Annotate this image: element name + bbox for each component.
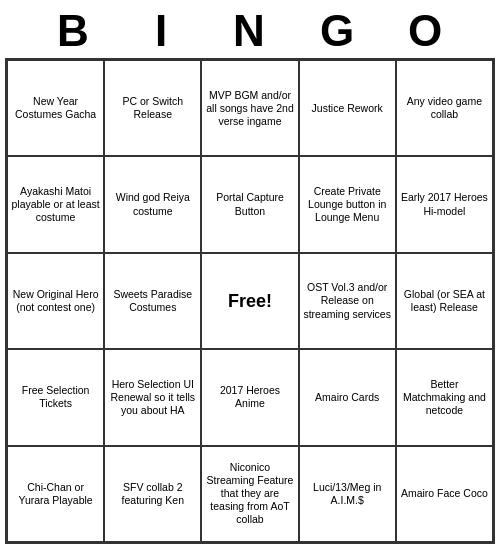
bingo-letter: O <box>382 6 470 56</box>
bingo-cell: PC or Switch Release <box>104 60 201 156</box>
bingo-cell: Ayakashi Matoi playable or at least cost… <box>7 156 104 252</box>
bingo-cell: SFV collab 2 featuring Ken <box>104 446 201 542</box>
bingo-cell: Chi-Chan or Yurara Playable <box>7 446 104 542</box>
bingo-cell: Amairo Face Coco <box>396 446 493 542</box>
bingo-cell: MVP BGM and/or all songs have 2nd verse … <box>201 60 298 156</box>
bingo-cell: Sweets Paradise Costumes <box>104 253 201 349</box>
bingo-cell: Free! <box>201 253 298 349</box>
bingo-cell: Early 2017 Heroes Hi-model <box>396 156 493 252</box>
bingo-cell: Any video game collab <box>396 60 493 156</box>
bingo-title: BINGO <box>0 0 500 58</box>
bingo-cell: Wind god Reiya costume <box>104 156 201 252</box>
bingo-letter: B <box>30 6 118 56</box>
bingo-cell: Create Private Lounge button in Lounge M… <box>299 156 396 252</box>
bingo-cell: Niconico Streaming Feature that they are… <box>201 446 298 542</box>
bingo-cell: Free Selection Tickets <box>7 349 104 445</box>
bingo-letter: G <box>294 6 382 56</box>
bingo-cell: Portal Capture Button <box>201 156 298 252</box>
bingo-cell: OST Vol.3 and/or Release on streaming se… <box>299 253 396 349</box>
bingo-cell: Justice Rework <box>299 60 396 156</box>
bingo-cell: Luci/13/Meg in A.I.M.$ <box>299 446 396 542</box>
bingo-letter: I <box>118 6 206 56</box>
bingo-letter: N <box>206 6 294 56</box>
bingo-cell: New Original Hero (not contest one) <box>7 253 104 349</box>
bingo-cell: 2017 Heroes Anime <box>201 349 298 445</box>
bingo-cell: Better Matchmaking and netcode <box>396 349 493 445</box>
bingo-cell: Amairo Cards <box>299 349 396 445</box>
bingo-cell: Hero Selection UI Renewal so it tells yo… <box>104 349 201 445</box>
bingo-cell: New Year Costumes Gacha <box>7 60 104 156</box>
bingo-grid: New Year Costumes GachaPC or Switch Rele… <box>5 58 495 544</box>
bingo-cell: Global (or SEA at least) Release <box>396 253 493 349</box>
